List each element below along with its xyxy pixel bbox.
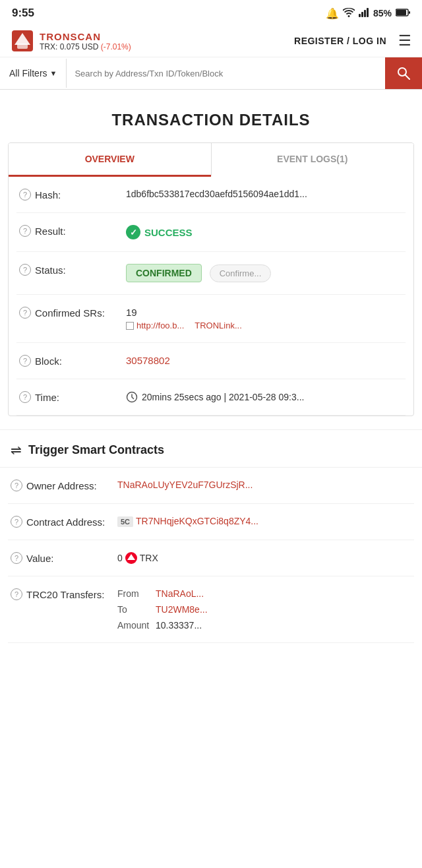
srs-help-icon[interactable]: ? — [19, 307, 31, 319]
svg-point-10 — [398, 68, 406, 76]
trc20-from-address[interactable]: TNaRAoL... — [156, 588, 204, 599]
tronscan-logo-icon — [11, 29, 34, 53]
success-checkmark-icon: ✓ — [126, 225, 140, 239]
trc20-to-label: To — [117, 604, 150, 615]
hash-label: ? Hash: — [19, 189, 118, 201]
owner-address-label: ? Owner Address: — [11, 480, 109, 491]
trc20-help-icon[interactable]: ? — [11, 588, 22, 600]
alarm-icon: 🔔 — [326, 7, 339, 20]
time-display: 20mins 25secs ago | 2021-05-28 09:3... — [126, 391, 403, 403]
tab-event-logs[interactable]: EVENT LOGS(1) — [211, 143, 414, 177]
contract-type-badge: 5C — [117, 516, 133, 527]
detail-section: ? Hash: 1db6fbc533817ecd30aefd5156094ae1… — [9, 177, 413, 416]
battery-percent: 85% — [373, 8, 392, 18]
confirmed-srs-row: ? Confirmed SRs: 19 http://foo.b... TRON… — [16, 295, 406, 343]
result-label: ? Result: — [19, 225, 118, 237]
search-bar: All Filters ▼ — [0, 57, 422, 90]
trc20-to-row: To TU2WM8e... — [117, 604, 411, 615]
result-help-icon[interactable]: ? — [19, 225, 31, 237]
trc20-amount-label: Amount — [117, 620, 150, 631]
confirmed-srs-label: ? Confirmed SRs: — [19, 307, 118, 319]
confirming-badge: Confirme... — [210, 264, 272, 282]
time-help-icon[interactable]: ? — [19, 391, 31, 403]
contract-help-icon[interactable]: ? — [11, 516, 22, 528]
page-title: TRANSACTION DETAILS — [13, 111, 409, 129]
owner-help-icon[interactable]: ? — [11, 480, 22, 491]
contract-address-value: 5CTR7NHqjeKQxGTCi8q8ZY4... — [117, 516, 411, 527]
trx-value: 0 TRX — [117, 552, 411, 564]
status-help-icon[interactable]: ? — [19, 264, 31, 276]
trx-price-line: TRX: 0.075 USD (-7.01%) — [40, 42, 131, 51]
chevron-down-icon: ▼ — [50, 69, 57, 77]
time-label: ? Time: — [19, 391, 118, 403]
success-badge: ✓ SUCCESS — [126, 225, 193, 239]
owner-address-row: ? Owner Address: TNaRAoLUyYEV2uF7GUrzSjR… — [8, 468, 414, 504]
register-login-button[interactable]: REGISTER / LOG IN — [294, 36, 386, 46]
hash-help-icon[interactable]: ? — [19, 189, 31, 201]
smart-contracts-section: ⇌ Trigger Smart Contracts ? Owner Addres… — [0, 429, 422, 643]
page-title-section: TRANSACTION DETAILS — [0, 90, 422, 142]
owner-address-link[interactable]: TNaRAoLUyYEV2uF7GUrzSjR... — [117, 480, 253, 490]
value-row: ? Value: 0 TRX — [8, 540, 414, 576]
status-row: ? Status: CONFIRMED Confirme... — [16, 252, 406, 295]
svg-line-11 — [406, 75, 409, 79]
trc20-label: ? TRC20 Transfers: — [11, 588, 109, 600]
status-bar: 9:55 🔔 85% — [0, 0, 422, 24]
svg-rect-5 — [396, 10, 406, 15]
smart-contracts-title: Trigger Smart Contracts — [28, 443, 164, 457]
block-row: ? Block: 30578802 — [16, 343, 406, 379]
value-help-icon[interactable]: ? — [11, 552, 22, 564]
app-header: TRONSCAN TRX: 0.075 USD (-7.01%) REGISTE… — [0, 24, 422, 57]
time-value: 20mins 25secs ago | 2021-05-28 09:3... — [126, 391, 403, 403]
contract-address-link[interactable]: TR7NHqjeKQxGTCi8q8ZY4... — [136, 516, 258, 526]
search-input[interactable] — [67, 59, 385, 88]
svg-rect-1 — [361, 12, 363, 17]
battery-icon — [396, 8, 410, 18]
value-display: 0 TRX — [117, 552, 411, 564]
search-button[interactable] — [385, 57, 422, 89]
hash-row: ? Hash: 1db6fbc533817ecd30aefd5156094ae1… — [16, 177, 406, 213]
block-help-icon[interactable]: ? — [19, 355, 31, 367]
logo-area: TRONSCAN TRX: 0.075 USD (-7.01%) — [11, 29, 131, 53]
result-value: ✓ SUCCESS — [126, 225, 403, 239]
sr-link-icon — [126, 322, 134, 330]
tabs: OVERVIEW EVENT LOGS(1) — [9, 143, 413, 177]
section-header: ⇌ Trigger Smart Contracts — [0, 429, 422, 468]
transfer-arrows-icon: ⇌ — [11, 442, 22, 458]
sr-links: http://foo.b... TRONLink... — [126, 321, 403, 330]
trc20-amount-row: Amount 10.33337... — [117, 620, 411, 631]
status-label: ? Status: — [19, 264, 118, 276]
tab-overview[interactable]: OVERVIEW — [9, 143, 211, 177]
clock-icon — [126, 391, 138, 403]
trc20-from-label: From — [117, 588, 150, 599]
status-value: CONFIRMED Confirme... — [126, 264, 403, 282]
svg-rect-2 — [364, 10, 366, 17]
hamburger-menu-icon[interactable]: ☰ — [398, 32, 411, 49]
confirmed-badge: CONFIRMED — [126, 264, 202, 282]
trx-logo-icon — [125, 552, 137, 564]
trc20-from-row: From TNaRAoL... — [117, 588, 411, 599]
filter-label: All Filters — [9, 68, 47, 78]
filter-button[interactable]: All Filters ▼ — [0, 59, 67, 88]
sr-link[interactable]: http://foo.b... — [136, 321, 184, 330]
trc20-transfers-row: ? TRC20 Transfers: From TNaRAoL... To TU… — [8, 576, 414, 643]
svg-rect-6 — [409, 11, 410, 14]
trc20-to-address[interactable]: TU2WM8e... — [156, 604, 208, 615]
sr-secondary: TRONLink... — [195, 321, 242, 330]
wifi-icon — [343, 8, 355, 19]
contract-address-label: ? Contract Address: — [11, 516, 109, 528]
block-value: 30578802 — [126, 355, 403, 366]
confirmed-srs-value: 19 http://foo.b... TRONLink... — [126, 307, 403, 330]
header-right: REGISTER / LOG IN ☰ — [294, 32, 411, 49]
trc20-value: From TNaRAoL... To TU2WM8e... Amount 10.… — [117, 588, 411, 631]
block-label: ? Block: — [19, 355, 118, 367]
result-row: ? Result: ✓ SUCCESS — [16, 213, 406, 252]
svg-rect-0 — [359, 14, 361, 17]
block-number-link[interactable]: 30578802 — [126, 355, 170, 366]
svg-rect-9 — [17, 44, 28, 49]
time-row: ? Time: 20mins 25secs ago | 2021-05-28 0… — [16, 379, 406, 416]
svg-rect-3 — [367, 8, 369, 17]
logo-text: TRONSCAN TRX: 0.075 USD (-7.01%) — [40, 31, 131, 51]
owner-address-value: TNaRAoLUyYEV2uF7GUrzSjR... — [117, 480, 411, 490]
hash-value: 1db6fbc533817ecd30aefd5156094ae1dd1... — [126, 189, 403, 199]
